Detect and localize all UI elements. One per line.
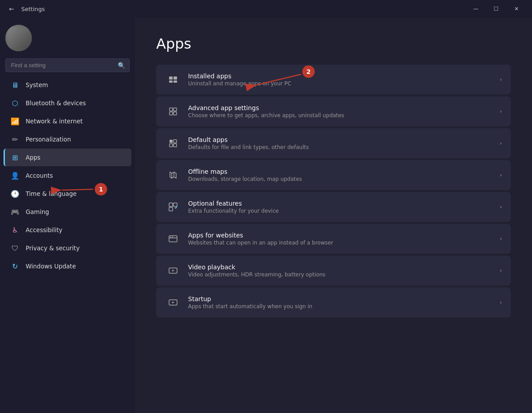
svg-rect-2 [169,80,173,83]
sidebar-item-accessibility[interactable]: ♿Accessibility [4,221,131,239]
time-icon: 🕐 [11,189,19,198]
app-container: 🔍 🖥System⬡Bluetooth & devices📶Network & … [0,18,532,413]
sidebar: 🔍 🖥System⬡Bluetooth & devices📶Network & … [0,18,135,413]
optional-features-text: Optional featuresExtra functionality for… [188,200,494,214]
maximize-button[interactable]: ☐ [486,2,506,16]
sidebar-item-update[interactable]: ↻Windows Update [4,257,131,275]
svg-rect-14 [169,203,173,206]
sidebar-item-apps[interactable]: ⊞Apps [4,149,131,166]
minimize-button[interactable]: — [466,2,486,16]
update-icon: ↻ [11,262,19,271]
avatar-area [0,18,135,57]
svg-rect-1 [173,76,177,80]
search-icon: 🔍 [118,62,125,69]
main-content: Apps Installed appsUninstall and manage … [135,18,532,413]
gaming-icon: 🎮 [11,207,19,216]
settings-item-advanced-app-settings[interactable]: Advanced app settingsChoose where to get… [156,96,511,126]
advanced-app-settings-text: Advanced app settingsChoose where to get… [188,104,494,119]
svg-rect-15 [173,203,177,206]
chevron-right-icon: › [500,108,502,115]
accounts-icon: 👤 [11,171,19,180]
close-button[interactable]: ✕ [506,2,527,16]
startup-icon [165,294,181,310]
sidebar-item-label-gaming: Gaming [26,208,49,215]
settings-item-installed-apps[interactable]: Installed appsUninstall and manage apps … [156,65,511,95]
optional-features-icon [165,199,181,215]
sidebar-item-gaming[interactable]: 🎮Gaming [4,203,131,221]
sidebar-item-label-personalization: Personalization [26,136,71,143]
svg-rect-16 [169,207,173,211]
back-button[interactable]: ← [5,3,18,15]
startup-description: Apps that start automatically when you s… [188,303,494,310]
chevron-right-icon: › [500,268,502,274]
bluetooth-icon: ⬡ [11,99,19,107]
settings-item-optional-features[interactable]: Optional featuresExtra functionality for… [156,192,511,222]
svg-rect-19 [170,237,171,237]
privacy-icon: 🛡 [11,244,19,252]
svg-rect-3 [173,80,177,83]
chevron-right-icon: › [500,172,502,178]
svg-rect-0 [169,76,173,80]
installed-apps-text: Installed appsUninstall and manage apps … [188,73,494,87]
chevron-right-icon: › [500,140,502,146]
settings-item-video-playback[interactable]: Video playbackVideo adjustments, HDR str… [156,256,511,286]
window-controls: — ☐ ✕ [466,2,527,16]
offline-maps-title: Offline maps [188,168,494,175]
sidebar-item-system[interactable]: 🖥System [4,76,131,94]
apps-icon: ⊞ [11,153,19,162]
default-apps-description: Defaults for file and link types, other … [188,144,494,150]
settings-item-apps-for-websites[interactable]: Apps for websitesWebsites that can open … [156,224,511,254]
advanced-app-settings-description: Choose where to get apps, archive apps, … [188,112,494,119]
sidebar-item-accounts[interactable]: 👤Accounts [4,167,131,184]
offline-maps-text: Offline mapsDownloads, storage location,… [188,168,494,182]
startup-title: Startup [188,295,494,302]
svg-rect-7 [173,112,177,115]
offline-maps-icon [165,167,181,183]
titlebar: ← Settings — ☐ ✕ [0,0,532,18]
settings-item-default-apps[interactable]: Default appsDefaults for file and link t… [156,128,511,158]
sidebar-item-label-network: Network & internet [26,118,83,125]
default-apps-title: Default apps [188,136,494,143]
search-input[interactable] [5,58,130,72]
svg-rect-6 [170,112,173,115]
offline-maps-description: Downloads, storage location, map updates [188,176,494,182]
sidebar-item-label-bluetooth: Bluetooth & devices [26,99,86,107]
installed-apps-description: Uninstall and manage apps on your PC [188,80,494,87]
svg-marker-24 [172,302,174,303]
advanced-app-settings-title: Advanced app settings [188,104,494,111]
chevron-right-icon: › [500,76,502,83]
svg-rect-9 [173,140,177,143]
video-playback-description: Video adjustments, HDR streaming, batter… [188,272,494,278]
default-apps-text: Default appsDefaults for file and link t… [188,136,494,150]
svg-rect-20 [172,237,173,237]
optional-features-description: Extra functionality for your device [188,208,494,214]
sidebar-item-label-time: Time & language [26,190,77,197]
sidebar-item-network[interactable]: 📶Network & internet [4,112,131,130]
svg-rect-17 [169,236,177,242]
chevron-right-icon: › [500,204,502,210]
default-apps-icon [165,135,181,151]
svg-rect-4 [170,108,173,111]
svg-rect-11 [173,144,177,147]
sidebar-item-time[interactable]: 🕐Time & language [4,185,131,203]
nav-list: 🖥System⬡Bluetooth & devices📶Network & in… [0,76,135,275]
app-title: Settings [21,6,466,12]
sidebar-item-personalization[interactable]: ✏Personalization [4,130,131,148]
startup-text: StartupApps that start automatically whe… [188,295,494,310]
svg-marker-22 [172,270,174,272]
settings-list: Installed appsUninstall and manage apps … [156,65,511,317]
personalization-icon: ✏ [11,135,19,144]
settings-item-offline-maps[interactable]: Offline mapsDownloads, storage location,… [156,160,511,190]
settings-item-startup[interactable]: StartupApps that start automatically whe… [156,287,511,317]
accessibility-icon: ♿ [11,226,19,234]
sidebar-item-bluetooth[interactable]: ⬡Bluetooth & devices [4,94,131,112]
page-title: Apps [156,35,511,52]
sidebar-item-label-apps: Apps [26,154,40,161]
sidebar-item-privacy[interactable]: 🛡Privacy & security [4,239,131,257]
system-icon: 🖥 [11,80,19,89]
apps-for-websites-title: Apps for websites [188,232,494,239]
sidebar-item-label-accessibility: Accessibility [26,226,62,233]
chevron-right-icon: › [500,236,502,242]
sidebar-item-label-accounts: Accounts [26,172,53,179]
sidebar-item-label-system: System [26,81,48,88]
